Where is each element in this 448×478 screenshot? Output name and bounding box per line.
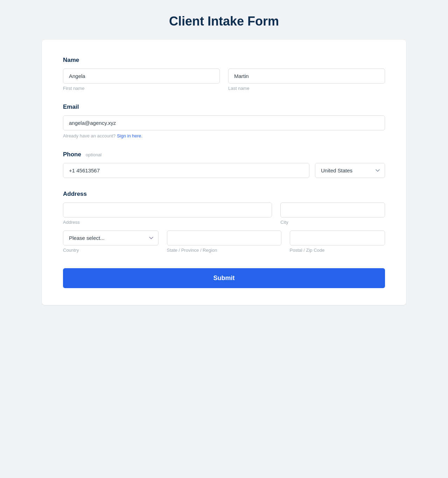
- country-sublabel: Country: [63, 248, 159, 253]
- submit-button[interactable]: Submit: [63, 268, 385, 288]
- first-name-group: First name: [63, 69, 220, 91]
- last-name-group: Last name: [228, 69, 385, 91]
- city-input[interactable]: [280, 202, 385, 217]
- phone-input-wrap: [63, 163, 309, 178]
- email-label: Email: [63, 104, 385, 110]
- address-country-group: Please select... United States Canada Un…: [63, 230, 159, 253]
- email-hint: Already have an account? Sign in here.: [63, 133, 385, 138]
- city-sublabel: City: [280, 220, 385, 225]
- state-input[interactable]: [167, 230, 281, 245]
- email-input[interactable]: [63, 115, 385, 130]
- page-title: Client Intake Form: [169, 14, 279, 29]
- first-name-input[interactable]: [63, 69, 220, 84]
- address-zip-group: Postal / Zip Code: [290, 230, 385, 253]
- name-label: Name: [63, 57, 385, 64]
- address-row-1: Address City: [63, 202, 385, 225]
- email-section: Email Already have an account? Sign in h…: [63, 104, 385, 138]
- address-sublabel: Address: [63, 220, 272, 225]
- address-main-group: Address: [63, 202, 272, 225]
- address-row-2: Please select... United States Canada Un…: [63, 230, 385, 253]
- name-row: First name Last name: [63, 69, 385, 91]
- zip-input[interactable]: [290, 230, 385, 245]
- sign-in-link[interactable]: Sign in here.: [117, 133, 142, 138]
- name-section: Name First name Last name: [63, 57, 385, 91]
- address-input[interactable]: [63, 202, 272, 217]
- phone-country-select[interactable]: United States Canada United Kingdom Aust…: [315, 163, 385, 178]
- address-city-group: City: [280, 202, 385, 225]
- phone-row: United States Canada United Kingdom Aust…: [63, 163, 385, 178]
- state-sublabel: State / Province / Region: [167, 248, 281, 253]
- form-card: Name First name Last name Email Already …: [42, 40, 406, 305]
- phone-input[interactable]: [63, 163, 309, 178]
- first-name-sublabel: First name: [63, 86, 220, 91]
- address-label: Address: [63, 191, 385, 198]
- phone-section: Phone optional United States Canada Unit…: [63, 151, 385, 178]
- phone-country-wrap: United States Canada United Kingdom Aust…: [315, 163, 385, 178]
- address-section: Address Address City Please select... Un…: [63, 191, 385, 253]
- optional-tag: optional: [86, 152, 102, 157]
- zip-sublabel: Postal / Zip Code: [290, 248, 385, 253]
- last-name-input[interactable]: [228, 69, 385, 84]
- last-name-sublabel: Last name: [228, 86, 385, 91]
- address-state-group: State / Province / Region: [167, 230, 281, 253]
- country-select[interactable]: Please select... United States Canada Un…: [63, 230, 159, 245]
- phone-label: Phone optional: [63, 151, 385, 158]
- email-hint-text: Already have an account?: [63, 133, 115, 138]
